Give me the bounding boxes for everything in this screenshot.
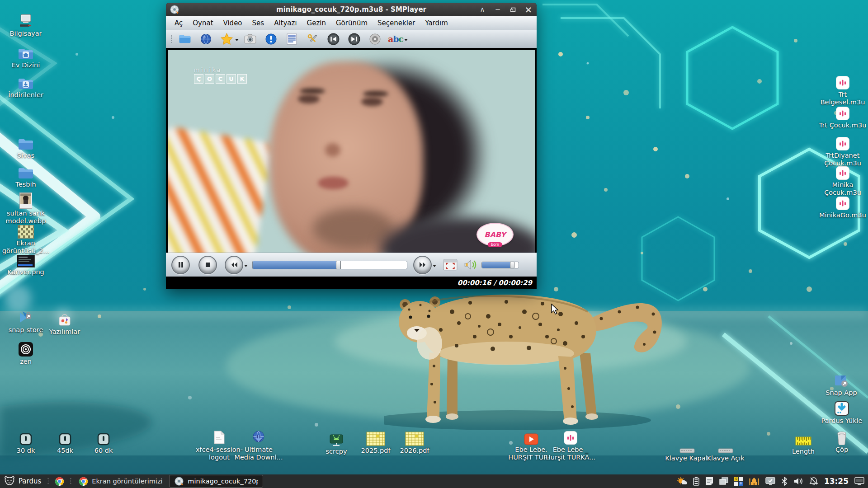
desktop-icon-ultimate-media-downl-[interactable]: Ultimate Media Downl...	[234, 428, 283, 461]
desktop-icon-60-dk[interactable]: 60 dk	[79, 429, 128, 455]
menu-item[interactable]: Oynat	[188, 16, 218, 30]
previous-track-icon[interactable]	[326, 32, 341, 46]
toolbar-grip[interactable]	[170, 35, 173, 43]
minimize-button[interactable]: −	[493, 5, 502, 14]
favorites-dropdown-arrow[interactable]	[235, 39, 239, 43]
rewind-dropdown-arrow[interactable]	[244, 265, 248, 269]
window-titlebar[interactable]: minikago_cocuk_720p.m3u8 - SMPlayer ∧ − …	[166, 3, 537, 17]
desktop-icon-pardus-y-kle[interactable]: Pardus Yükle	[817, 399, 867, 425]
desktop-icon-i-ndirilenler[interactable]: İndirilenler	[1, 73, 51, 99]
open-file-icon[interactable]	[177, 32, 193, 46]
disc-icon[interactable]	[367, 32, 382, 46]
desktop-icon-tesbih[interactable]: Tesbih	[1, 163, 51, 188]
bellslash-icon[interactable]	[809, 477, 818, 486]
desktop-icon-klavye-a-k[interactable]: Klavye Açık	[701, 436, 750, 462]
volume-icon[interactable]	[793, 477, 803, 485]
logo-letter-tile: Ç	[194, 74, 203, 84]
workspace-pager[interactable]: 08	[734, 477, 743, 486]
stop-button[interactable]	[198, 256, 217, 274]
time-display: 00:00:16 / 00:00:29	[458, 279, 532, 287]
menu-item[interactable]: Video	[218, 16, 247, 30]
fast-forward-button[interactable]	[413, 256, 432, 274]
desktop-icon-yaz-l-mlar[interactable]: Yazılımlar	[40, 310, 90, 336]
desktop-icon-sivas[interactable]: Sivas	[1, 134, 51, 160]
chrome-launcher[interactable]	[51, 474, 68, 488]
desktop-icon-snap-app[interactable]: Snap App	[816, 371, 866, 397]
desktop-icon--p[interactable]: Çöp	[817, 428, 867, 454]
video-area[interactable]: minika ÇOCUK BABY born	[166, 48, 537, 253]
volume-slider[interactable]	[481, 262, 519, 268]
screencheck-icon[interactable]	[765, 477, 775, 485]
m3u-icon	[818, 103, 868, 121]
menu-item[interactable]: Seçenekler	[373, 16, 420, 30]
rewind-button[interactable]	[225, 256, 243, 274]
menu-item[interactable]: Gezin	[302, 16, 331, 30]
notes-icon[interactable]	[705, 477, 713, 486]
fullscreen-button[interactable]	[443, 259, 458, 271]
preferences-icon[interactable]	[305, 32, 320, 46]
software-icon	[40, 310, 90, 327]
subtitles-dropdown-arrow[interactable]	[404, 39, 408, 43]
toolbar: abc	[166, 30, 537, 48]
desktop: Bilgisayar Ev Dizini İndirilenler Sivas …	[0, 0, 868, 488]
mute-button[interactable]	[463, 258, 478, 271]
open-url-icon[interactable]	[198, 32, 213, 46]
desktop-icon-minikago-m3u[interactable]: MinikaGo.m3u	[818, 193, 868, 219]
menu-item[interactable]: Altyazı	[269, 16, 302, 30]
taskbar: Pardus Ekran görüntülerimizi pa... minik…	[0, 474, 868, 488]
desktop-icon-kanver-png[interactable]: Kanver.png	[1, 250, 51, 276]
clock[interactable]: 13:25	[824, 477, 849, 486]
desktop-icon-ev-dizini[interactable]: Ev Dizini	[1, 43, 51, 69]
smplayer-window: minikago_cocuk_720p.m3u8 - SMPlayer ∧ − …	[166, 3, 537, 289]
menu-item[interactable]: Aç	[170, 16, 188, 30]
start-menu-button[interactable]: Pardus	[0, 474, 46, 488]
umd-icon	[234, 428, 283, 445]
launcher-grip[interactable]	[47, 478, 49, 485]
bluetooth-icon[interactable]	[781, 477, 788, 486]
battery-icon[interactable]	[693, 477, 699, 486]
desktop-icon-sultan-sar-k-model-webp[interactable]: sultan sarık model.webp	[1, 192, 51, 225]
display-icon[interactable]	[854, 477, 864, 485]
favorites-icon[interactable]	[219, 32, 234, 46]
desktop-icon-trtdiyanet-ocuk-m3u[interactable]: TrtDiyanet Çocuk.m3u	[818, 134, 868, 167]
desktop-icon-trt-ocuk-m3u[interactable]: Trt Çocuk.m3u	[818, 103, 868, 129]
desktop-icon-ebe-lebe-hur-it-t-rka-[interactable]: Ebe Lebe _ Hurşit TÜRKA...	[543, 428, 598, 461]
file-info-icon[interactable]	[263, 32, 278, 46]
m3u-icon	[818, 163, 868, 180]
pause-button[interactable]	[171, 256, 190, 274]
desktop-icon-2026-pdf[interactable]: 2026.pdf	[390, 429, 439, 455]
seek-handle[interactable]	[336, 261, 341, 269]
logo-letter-tile: K	[237, 74, 247, 84]
fast-forward-dropdown-arrow[interactable]	[433, 265, 436, 269]
desktop-icon-zen[interactable]: zen	[1, 340, 51, 366]
pardus-logo-icon	[4, 476, 15, 487]
logo-letter-tile: C	[216, 74, 225, 84]
menu-item[interactable]: Görünüm	[331, 16, 373, 30]
menu-item[interactable]: Ses	[247, 16, 269, 30]
task-chrome-window[interactable]: Ekran görüntülerimizi pa...	[74, 475, 167, 487]
pardus-yukle-icon	[817, 399, 867, 416]
task-smplayer-window[interactable]: minikago_cocuk_720p....	[169, 475, 263, 488]
weather-icon[interactable]	[677, 477, 687, 485]
screenshot-icon[interactable]	[242, 32, 258, 46]
desktop-icon-minika-ocuk-m3u[interactable]: Minika Çocuk.m3u	[818, 163, 868, 197]
close-button[interactable]: ×	[524, 5, 533, 14]
tasklist-grip[interactable]	[70, 478, 72, 485]
folder-icon	[1, 163, 51, 180]
subtitles-abc-icon[interactable]: abc	[388, 32, 403, 46]
desktop-icon-bilgisayar[interactable]: Bilgisayar	[1, 12, 51, 38]
folder-home-icon	[1, 43, 51, 61]
playlist-icon[interactable]	[284, 32, 299, 46]
desktop-icon-trt-belgesel-m3u[interactable]: Trt Belgesel.m3u	[818, 73, 868, 106]
seek-slider[interactable]	[252, 261, 407, 269]
menubar: AçOynatVideoSesAltyazıGezinGörünümSeçene…	[166, 16, 537, 30]
menu-item[interactable]: Yardım	[420, 16, 453, 30]
mosque-icon[interactable]	[749, 477, 760, 486]
maximize-button[interactable]	[509, 5, 518, 14]
volume-handle[interactable]	[510, 262, 514, 268]
shade-button[interactable]: ∧	[478, 5, 487, 14]
windows-icon[interactable]	[719, 477, 728, 485]
next-track-icon[interactable]	[346, 32, 362, 46]
video-eye-left	[298, 94, 320, 103]
chrome-icon	[79, 477, 88, 486]
